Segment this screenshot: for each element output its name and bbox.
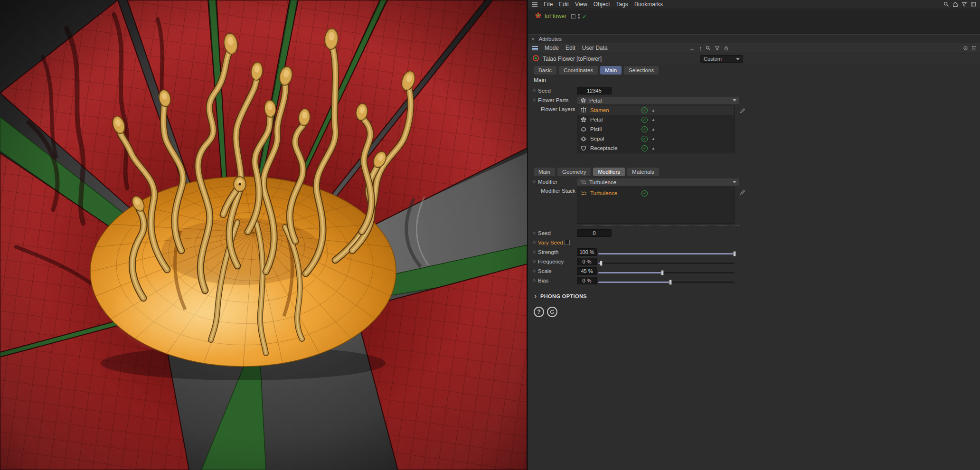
solo-triangle-icon[interactable]: [651, 118, 655, 122]
param-diamond-icon: [533, 250, 536, 254]
bias-row: Bias 0 %: [528, 277, 748, 285]
scale-input[interactable]: 45 %: [577, 267, 597, 275]
panel-menu-icon[interactable]: [532, 46, 538, 50]
new-panel-icon[interactable]: [971, 46, 977, 51]
strength-slider[interactable]: [598, 251, 735, 256]
list-item-stamen[interactable]: Stamen: [577, 105, 734, 115]
scale-label: Scale: [538, 268, 552, 274]
visibility-dots-icon[interactable]: [578, 14, 580, 19]
layout-icon[interactable]: [971, 1, 976, 7]
separator: [577, 225, 740, 226]
slider-handle[interactable]: [669, 280, 672, 285]
slider-handle[interactable]: [733, 251, 736, 256]
tab-materials[interactable]: Materials: [627, 168, 659, 176]
enable-check-icon[interactable]: [641, 107, 648, 113]
bias-slider[interactable]: [598, 280, 735, 285]
phong-restore-button[interactable]: [547, 307, 557, 317]
list-item-pistil[interactable]: Pistil: [577, 124, 734, 134]
solo-triangle-icon[interactable]: [651, 137, 655, 141]
enable-check-icon[interactable]: [641, 136, 648, 142]
close-icon[interactable]: ×: [531, 36, 534, 42]
menu-edit[interactable]: Edit: [559, 1, 569, 8]
modifier-label: Modifier: [538, 179, 557, 185]
menu-icon[interactable]: [532, 2, 537, 7]
object-row-toflower[interactable]: toFlower: [535, 12, 587, 20]
edit-pencil-icon[interactable]: [740, 107, 745, 115]
menu-mode[interactable]: Mode: [545, 45, 559, 51]
tab-geometry[interactable]: Geometry: [557, 168, 591, 176]
layer-name: Receptacle: [590, 145, 641, 151]
back-arrow-icon[interactable]: ←: [689, 46, 695, 51]
seed-row: Seed 12345: [528, 87, 748, 95]
preset-value: Custom: [704, 56, 722, 62]
object-title-bar: Taiao Flower [toFlower] Custom: [528, 54, 980, 64]
menu-file[interactable]: File: [544, 1, 553, 8]
enable-check-icon[interactable]: [641, 126, 648, 132]
preset-dropdown[interactable]: Custom: [700, 55, 743, 63]
menubar: File Edit View Object Tags Bookmarks: [528, 0, 980, 9]
enabled-check-icon[interactable]: [582, 12, 587, 20]
enable-check-icon[interactable]: [641, 117, 648, 123]
menu-bookmarks[interactable]: Bookmarks: [634, 1, 663, 8]
list-item-turbulence[interactable]: Turbulence: [577, 188, 734, 198]
strength-input[interactable]: 100 %: [577, 248, 597, 256]
viewport-3d[interactable]: [0, 0, 527, 470]
expand-chevron-icon[interactable]: ›: [573, 188, 575, 194]
filter-icon[interactable]: [961, 1, 967, 7]
menu-tags[interactable]: Tags: [616, 1, 628, 8]
pistil-icon: [580, 126, 587, 132]
param-diamond-icon: [533, 98, 536, 102]
menu-edit-attr[interactable]: Edit: [565, 45, 575, 51]
menu-object[interactable]: Object: [594, 1, 610, 8]
panel-title: Attributes: [538, 36, 562, 42]
solo-triangle-icon[interactable]: [651, 127, 655, 132]
layer-badge-icon[interactable]: [571, 14, 575, 19]
search-icon[interactable]: [943, 1, 949, 7]
solo-triangle-icon[interactable]: [651, 108, 655, 113]
layer-name: Stamen: [590, 107, 641, 113]
tab-modifiers[interactable]: Modifiers: [593, 168, 625, 176]
lock-icon[interactable]: [724, 46, 729, 51]
param-diamond-icon: [533, 231, 536, 235]
edit-pencil-icon[interactable]: [740, 188, 745, 197]
slider-handle[interactable]: [661, 270, 664, 275]
tab-main-sub[interactable]: Main: [534, 168, 555, 176]
home-icon[interactable]: [952, 1, 958, 7]
modifier-stack-list: Turbulence: [577, 187, 735, 224]
enable-check-icon[interactable]: [641, 145, 648, 151]
phong-buttons: ?: [534, 307, 557, 317]
up-arrow-icon[interactable]: ↑: [699, 46, 702, 51]
menu-user-data[interactable]: User Data: [582, 45, 608, 51]
enable-check-icon[interactable]: [641, 190, 648, 197]
search-icon[interactable]: [706, 46, 711, 51]
receptacle-icon: [580, 145, 587, 151]
seed-input[interactable]: 12345: [577, 87, 612, 94]
list-item-sepal[interactable]: Sepal: [577, 134, 734, 143]
frequency-input[interactable]: 0 %: [577, 258, 597, 265]
param-diamond-icon: [533, 179, 536, 184]
solo-triangle-icon[interactable]: [651, 146, 655, 150]
tab-basic[interactable]: Basic: [534, 66, 556, 75]
phong-break-button[interactable]: ?: [534, 307, 544, 317]
modifier-seed-input[interactable]: 0: [577, 229, 612, 237]
tab-selections[interactable]: Selections: [624, 66, 659, 75]
list-item-receptacle[interactable]: Receptacle: [577, 143, 734, 153]
phong-options-section[interactable]: › PHONG OPTIONS: [535, 293, 587, 300]
tab-main[interactable]: Main: [600, 66, 622, 75]
bias-input[interactable]: 0 %: [577, 277, 597, 284]
bias-label: Bias: [538, 278, 548, 283]
flower-parts-dropdown[interactable]: Petal: [577, 96, 740, 104]
expand-chevron-icon[interactable]: ›: [573, 106, 575, 113]
filter-icon[interactable]: [715, 46, 720, 51]
list-item-petal[interactable]: Petal: [577, 115, 734, 124]
scale-slider[interactable]: [598, 270, 735, 275]
modifier-dropdown[interactable]: Turbulence: [577, 178, 740, 186]
vary-seed-checkbox[interactable]: [565, 240, 570, 245]
tab-coordinates[interactable]: Coordinates: [559, 66, 598, 75]
target-icon[interactable]: [963, 46, 968, 51]
param-diamond-icon: [533, 259, 536, 263]
menu-view[interactable]: View: [575, 1, 587, 8]
object-manager: toFlower: [528, 9, 980, 34]
slider-handle[interactable]: [600, 261, 603, 266]
frequency-slider[interactable]: [598, 261, 735, 266]
